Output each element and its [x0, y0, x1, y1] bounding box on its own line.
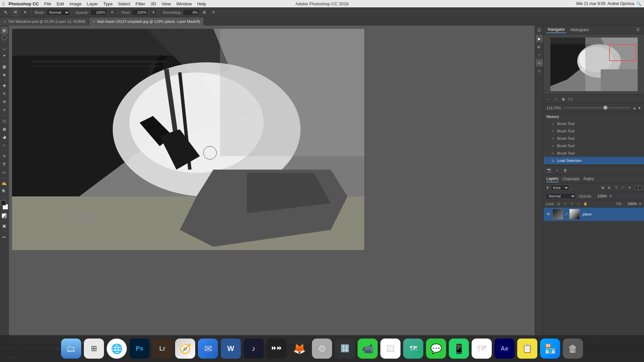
hand-tool[interactable]: ✍: [1, 180, 8, 187]
apple-menu[interactable]: : [3, 1, 4, 7]
quick-mask-icon[interactable]: [2, 213, 7, 219]
layer-chain-icon[interactable]: ☍: [565, 212, 568, 217]
history-snapshot-icon[interactable]: 📷: [546, 167, 552, 174]
dock-ableton[interactable]: ⯮⯮: [266, 339, 286, 359]
history-item-3[interactable]: ✏ Brush Tool: [544, 142, 644, 149]
screen-mode-icon[interactable]: ▣: [1, 222, 8, 230]
eraser-tool[interactable]: ◻: [1, 117, 8, 125]
filter-toggle[interactable]: ●: [635, 186, 642, 190]
nav-zoom-fill[interactable]: ▣: [560, 96, 567, 103]
menu-3d[interactable]: 3D: [148, 1, 159, 6]
dock-mail[interactable]: ✉: [198, 339, 218, 359]
menu-view[interactable]: View: [159, 1, 174, 6]
layer-visibility-icon[interactable]: 👁: [546, 212, 551, 217]
gradient-tool[interactable]: ▦: [1, 125, 8, 133]
app-name[interactable]: Photoshop CC: [8, 1, 39, 6]
dock-finder2[interactable]: 🗺: [403, 339, 423, 359]
history-item-5[interactable]: ▧ Load Selection: [544, 157, 644, 164]
move-tool[interactable]: ✥: [1, 27, 8, 34]
smoothing-input[interactable]: [183, 9, 200, 16]
tab-blair[interactable]: ✕ blair-fraser-15137-unsplash.jpg @ 119%…: [89, 17, 204, 25]
menubar-search-icon[interactable]: 🔍: [636, 1, 641, 6]
properties-icon[interactable]: ☰: [536, 27, 543, 34]
dock-facetime[interactable]: 📹: [358, 339, 378, 359]
brush-tool[interactable]: ✎: [1, 90, 8, 98]
nav-zoom-100[interactable]: 1:1: [567, 96, 574, 103]
panel-menu-icon[interactable]: ☰: [635, 26, 641, 33]
history-item-1[interactable]: ✏ Brush Tool: [544, 127, 644, 135]
menu-window[interactable]: Window: [174, 1, 195, 6]
menu-help[interactable]: Help: [195, 1, 209, 6]
zoom-tool[interactable]: 🔍: [1, 188, 8, 195]
dock-word[interactable]: W: [221, 339, 241, 359]
tab-channels[interactable]: Channels: [562, 176, 580, 182]
crop-tool[interactable]: ▦: [1, 63, 8, 70]
smoothing-settings-icon[interactable]: ⚙: [201, 9, 208, 16]
clone-stamp-tool[interactable]: ✉: [1, 98, 8, 106]
fill-value[interactable]: [624, 202, 637, 206]
dock-whatsapp[interactable]: 📱: [449, 339, 469, 359]
menu-select[interactable]: Select: [115, 1, 133, 6]
pressure-opacity-icon[interactable]: ✦: [108, 9, 116, 16]
foreground-color[interactable]: [1, 200, 6, 205]
history-item-4[interactable]: ✏ Brush Tool: [544, 149, 644, 157]
dock-finder[interactable]: 🗂: [61, 339, 81, 359]
pen-tool[interactable]: ✎: [1, 153, 8, 160]
pressure-flow-icon[interactable]: ✦: [150, 9, 157, 16]
filter-pixel-icon[interactable]: ▣: [600, 185, 606, 191]
menu-edit[interactable]: Edit: [54, 1, 67, 6]
opacity-value[interactable]: [593, 194, 607, 198]
dock-stickies[interactable]: 📋: [517, 339, 537, 359]
canvas-area[interactable]: AK: [9, 25, 535, 344]
pressure-btn[interactable]: ⟲: [210, 9, 217, 16]
zoom-collapse-icon[interactable]: ▼: [638, 106, 641, 110]
zoom-handle[interactable]: [603, 106, 607, 110]
tab-histogram[interactable]: Histogram: [569, 27, 590, 33]
brush-tool-icon[interactable]: ✎: [2, 9, 9, 16]
dock-appstore[interactable]: 🏪: [540, 339, 560, 359]
marquee-tool[interactable]: [2, 35, 7, 40]
dock-trash[interactable]: 🗑: [563, 339, 583, 359]
dodge-tool[interactable]: ○: [1, 141, 8, 149]
dock-music-app[interactable]: ♪: [244, 339, 264, 359]
history-item-0[interactable]: ✏ Brush Tool: [544, 120, 644, 127]
menu-type[interactable]: Type: [101, 1, 115, 6]
dock-firefox[interactable]: 🦊: [289, 339, 309, 359]
shape-tool[interactable]: ▱: [1, 169, 8, 176]
lock-position-icon[interactable]: ✛: [569, 201, 575, 206]
eyedropper-tool[interactable]: ◈: [1, 71, 8, 78]
history-new-doc-icon[interactable]: +: [554, 167, 560, 174]
history-item-2[interactable]: ✏ Brush Tool: [544, 135, 644, 142]
lock-transparent-icon[interactable]: ▤: [556, 201, 561, 206]
dock-aftereffects[interactable]: Ae: [494, 339, 515, 359]
zoom-slider[interactable]: [564, 107, 630, 108]
lock-paint-icon[interactable]: ✎: [562, 201, 568, 206]
nav-zoom-fit[interactable]: □: [552, 96, 559, 103]
lasso-tool[interactable]: ◡: [1, 44, 8, 51]
tab-blair-close[interactable]: ✕: [93, 20, 95, 23]
dock-photoshop[interactable]: Ps: [129, 339, 150, 359]
zoom-expand-icon[interactable]: ▲: [633, 106, 636, 110]
blend-mode-select[interactable]: Normal: [546, 193, 576, 199]
dock-launchpad[interactable]: ⊞: [84, 339, 104, 359]
fill-arrow[interactable]: ▼: [638, 202, 642, 206]
filter-type-icon[interactable]: T: [613, 185, 619, 191]
opacity-arrow[interactable]: ▼: [609, 194, 612, 198]
target-icon[interactable]: ◎: [536, 67, 543, 74]
menu-image[interactable]: Image: [67, 1, 84, 6]
filter-kind-dropdown[interactable]: Kind: [551, 185, 569, 191]
libraries-icon[interactable]: ▿: [536, 51, 543, 58]
opacity-input[interactable]: [90, 9, 107, 16]
adjustments-icon[interactable]: ◐: [536, 43, 543, 50]
brush-picker-icon[interactable]: ▼: [21, 9, 29, 16]
healing-brush-tool[interactable]: ✚: [1, 82, 8, 89]
dock-calculator[interactable]: 🔢: [335, 339, 355, 359]
magic-wand-tool[interactable]: ✴: [1, 52, 8, 59]
tab-wanderer[interactable]: ✕ The Wanderer.psd @ 33,3% (Layer 12, RG…: [0, 17, 89, 25]
lock-artboard-icon[interactable]: □: [576, 201, 581, 206]
tab-wanderer-close[interactable]: ✕: [3, 20, 6, 23]
type-tool[interactable]: T: [1, 161, 8, 168]
filter-adjust-icon[interactable]: ◐: [606, 185, 612, 191]
tab-paths[interactable]: Paths: [584, 176, 594, 182]
filter-smart-icon[interactable]: ★: [627, 185, 633, 191]
